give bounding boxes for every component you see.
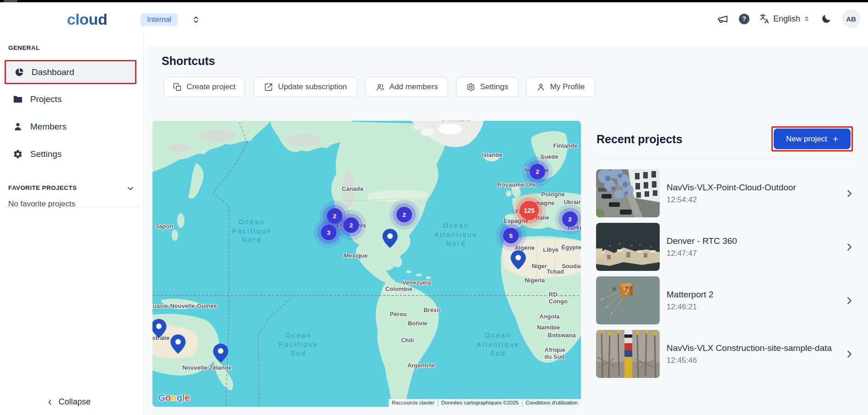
- dark-mode-moon-icon[interactable]: [820, 13, 832, 25]
- map-country-label: RD Congo: [549, 291, 570, 305]
- map-country-label: Japon: [156, 223, 173, 230]
- map-cluster-marker[interactable]: 2: [343, 217, 359, 233]
- new-project-button[interactable]: New project +: [774, 129, 851, 149]
- project-time: 12:46:21: [667, 302, 836, 312]
- folder-icon: [13, 94, 23, 104]
- profile-icon: [537, 83, 545, 92]
- language-label: English: [773, 14, 800, 24]
- map-country-label: Italie: [536, 214, 549, 221]
- svg-text:A: A: [765, 18, 769, 24]
- browser-tab-fragment: [4, 0, 17, 2]
- terms-of-use-link[interactable]: Conditions d'utilisation: [522, 399, 581, 407]
- add-members-button[interactable]: Add members: [365, 77, 448, 97]
- world-map[interactable]: GroenlandJaponCanadaÉtats-UnisMexiqueIsl…: [152, 121, 581, 407]
- map-pin-marker[interactable]: [152, 319, 167, 338]
- header: cloud Internal ? 文A English AB: [0, 2, 868, 34]
- chevron-right-icon[interactable]: [844, 296, 854, 306]
- map-cluster-marker[interactable]: 5: [503, 228, 519, 243]
- chevron-right-icon[interactable]: [844, 349, 854, 359]
- project-name: NavVis-VLX Construction-site-sample-data: [667, 343, 836, 353]
- map-cluster-marker[interactable]: 2: [396, 207, 412, 222]
- my-profile-button[interactable]: My Profile: [526, 77, 595, 97]
- map-country-label: Nigeria: [525, 277, 545, 284]
- sidebar-item-dashboard[interactable]: Dashboard: [5, 60, 136, 84]
- chevron-right-icon[interactable]: [844, 189, 854, 199]
- map-pin-marker[interactable]: [510, 250, 526, 269]
- map-country-label: Chili: [401, 337, 414, 344]
- chevron-right-icon[interactable]: [844, 242, 854, 252]
- map-data-copyright: Données cartographiques ©2025: [438, 399, 522, 407]
- map-country-label: Mexique: [344, 252, 368, 259]
- project-name: Matterport 2: [667, 290, 836, 300]
- project-thumbnail: [596, 169, 660, 217]
- project-row[interactable]: Matterport 2 12:46:21: [593, 276, 857, 325]
- map-cluster-marker[interactable]: 125: [520, 201, 539, 220]
- avatar[interactable]: AB: [842, 10, 860, 27]
- map-country-label: Islande: [482, 151, 503, 158]
- chevron-updown-icon: [803, 15, 810, 22]
- plus-icon: +: [833, 134, 838, 144]
- map-cluster-marker[interactable]: 2: [327, 208, 342, 224]
- button-label: New project: [786, 135, 827, 144]
- button-label: Settings: [480, 82, 508, 92]
- map-ocean-label: Océan Pacifique Sud: [279, 331, 319, 358]
- map-country-label: Namibie: [537, 324, 560, 331]
- map-country-label: Égypte: [561, 244, 581, 251]
- gear-icon: [467, 83, 475, 92]
- sidebar-item-projects[interactable]: Projects: [5, 88, 136, 111]
- button-label: Update subscription: [278, 82, 347, 92]
- google-logo[interactable]: Google: [158, 392, 190, 403]
- person-icon: [13, 122, 23, 132]
- environment-badge[interactable]: Internal: [141, 13, 178, 26]
- shortcuts-title: Shortcuts: [162, 54, 215, 68]
- divider: [597, 159, 855, 159]
- keyboard-shortcuts-link[interactable]: Raccourcis clavier: [389, 399, 438, 407]
- announcements-megaphone-icon[interactable]: [717, 13, 729, 25]
- map-country-label: Finlande: [553, 142, 577, 149]
- map-country-label: Colombie: [385, 286, 412, 292]
- collapse-sidebar-button[interactable]: Collapse: [46, 397, 91, 407]
- annotation-box: New project +: [771, 126, 853, 151]
- recent-projects-title: Recent projects: [597, 133, 683, 146]
- map-country-label: Libye: [543, 246, 559, 253]
- map-ocean-label: Océan Pacifique Nord: [232, 218, 272, 245]
- sidebar-item-members[interactable]: Members: [5, 115, 136, 138]
- help-icon[interactable]: ?: [739, 14, 749, 24]
- environment-switcher-icon[interactable]: [191, 15, 201, 25]
- map-country-label: Pérou: [390, 311, 407, 318]
- project-time: 12:47:47: [667, 249, 836, 258]
- project-thumbnail: [596, 330, 660, 378]
- sidebar: GENERAL Dashboard Projects Members Setti…: [0, 34, 144, 415]
- project-row[interactable]: NavVis-VLX-Point-Cloud-Outdoor 12:54:42: [593, 169, 857, 218]
- collapse-label: Collapse: [59, 397, 91, 407]
- settings-button[interactable]: Settings: [456, 77, 519, 97]
- map-country-label: Bolivie: [408, 320, 428, 327]
- map-ocean-label: Océan Atlantique Nord: [434, 221, 478, 248]
- sidebar-section-general: GENERAL: [8, 44, 40, 51]
- project-row[interactable]: NavVis-VLX Construction-site-sample-data…: [593, 329, 857, 378]
- map-country-label: Afrique du Sud: [544, 346, 565, 360]
- map-pin-marker[interactable]: [170, 334, 186, 354]
- map-cluster-marker[interactable]: 3: [321, 225, 336, 240]
- update-subscription-button[interactable]: Update subscription: [254, 77, 358, 97]
- chevron-down-icon[interactable]: [126, 184, 135, 193]
- language-selector[interactable]: 文A English: [760, 13, 810, 24]
- map-pin-marker[interactable]: [213, 344, 228, 363]
- project-name: Denver - RTC 360: [667, 236, 836, 246]
- project-thumbnail: [596, 276, 660, 324]
- project-time: 12:45:46: [667, 356, 836, 365]
- sidebar-item-label: Projects: [30, 94, 62, 104]
- external-link-icon: [264, 83, 273, 92]
- gear-icon: [13, 149, 23, 159]
- project-row[interactable]: Denver - RTC 360 12:47:47: [593, 222, 857, 271]
- map-country-label: Ukraine: [564, 199, 581, 205]
- sidebar-item-settings[interactable]: Settings: [5, 143, 136, 166]
- map-cluster-marker[interactable]: 2: [562, 211, 578, 227]
- map-cluster-marker[interactable]: 2: [530, 164, 545, 179]
- pie-chart-icon: [14, 67, 24, 77]
- create-project-button[interactable]: Create project: [163, 77, 245, 97]
- map-country-label: Groenland: [440, 121, 470, 123]
- map-pin-marker[interactable]: [382, 229, 398, 248]
- add-members-icon: [376, 83, 385, 92]
- translate-icon: 文A: [760, 13, 770, 24]
